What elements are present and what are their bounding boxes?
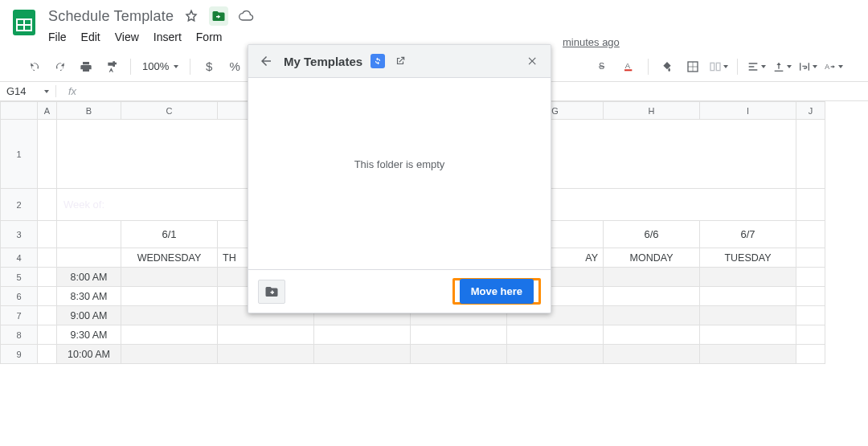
- borders-icon[interactable]: [682, 56, 703, 77]
- row-header[interactable]: 1: [1, 120, 38, 189]
- cell[interactable]: [38, 189, 57, 221]
- doc-title[interactable]: Schedule Template: [48, 8, 174, 25]
- cell[interactable]: [796, 345, 825, 364]
- row-header[interactable]: 9: [1, 345, 38, 364]
- star-icon[interactable]: [182, 6, 201, 26]
- cell[interactable]: [38, 306, 57, 325]
- cell[interactable]: [507, 325, 604, 345]
- back-icon[interactable]: [256, 51, 276, 71]
- row-header[interactable]: 2: [1, 189, 38, 221]
- cell[interactable]: [121, 268, 218, 287]
- cell[interactable]: [57, 248, 121, 268]
- row-header[interactable]: 3: [1, 221, 38, 248]
- cell[interactable]: [796, 221, 825, 248]
- cell[interactable]: [314, 325, 411, 345]
- cell[interactable]: [121, 287, 218, 306]
- cell[interactable]: [796, 325, 825, 345]
- cell[interactable]: [411, 325, 507, 345]
- cell[interactable]: [796, 189, 825, 221]
- cell[interactable]: [38, 268, 57, 287]
- cell[interactable]: [411, 345, 507, 364]
- time-cell[interactable]: 9:00 AM: [57, 306, 121, 325]
- cell[interactable]: [604, 287, 700, 306]
- row-header[interactable]: 5: [1, 268, 38, 287]
- cell[interactable]: [700, 268, 796, 287]
- undo-icon[interactable]: [24, 56, 45, 77]
- time-cell[interactable]: 9:30 AM: [57, 325, 121, 345]
- col-header[interactable]: B: [57, 102, 121, 120]
- close-icon[interactable]: [523, 51, 542, 71]
- day-date[interactable]: 6/1: [121, 221, 218, 248]
- open-in-new-icon[interactable]: [393, 54, 407, 68]
- currency-button[interactable]: $: [199, 56, 219, 77]
- col-header[interactable]: A: [38, 102, 57, 120]
- cloud-status-icon[interactable]: [236, 6, 256, 26]
- cell[interactable]: [700, 306, 796, 325]
- cell[interactable]: [121, 306, 218, 325]
- sheets-logo[interactable]: [8, 6, 40, 39]
- vertical-align-icon[interactable]: [772, 56, 792, 77]
- fill-color-icon[interactable]: [657, 56, 678, 77]
- redo-icon[interactable]: [50, 56, 71, 77]
- zoom-select[interactable]: 100%: [139, 60, 182, 72]
- menu-view[interactable]: View: [115, 31, 139, 43]
- cell[interactable]: [604, 345, 700, 364]
- text-wrap-icon[interactable]: [797, 56, 818, 77]
- name-box[interactable]: G14: [0, 85, 56, 97]
- cell[interactable]: [796, 268, 825, 287]
- cell[interactable]: [38, 221, 57, 248]
- col-header[interactable]: J: [796, 102, 825, 120]
- merge-cells-icon[interactable]: [708, 56, 729, 77]
- cell[interactable]: [38, 287, 57, 306]
- menu-format[interactable]: Form: [196, 31, 223, 43]
- cell[interactable]: [796, 120, 825, 189]
- paint-format-icon[interactable]: [101, 56, 122, 77]
- new-folder-button[interactable]: [258, 280, 285, 304]
- cell[interactable]: [796, 306, 825, 325]
- row-header[interactable]: 7: [1, 306, 38, 325]
- print-icon[interactable]: [76, 56, 96, 77]
- cell[interactable]: [796, 248, 825, 268]
- day-name[interactable]: TUESDAY: [700, 248, 796, 268]
- cell[interactable]: [700, 287, 796, 306]
- col-header[interactable]: C: [121, 102, 218, 120]
- row-header[interactable]: 4: [1, 248, 38, 268]
- cell[interactable]: [314, 345, 411, 364]
- text-color-icon[interactable]: A: [619, 56, 640, 77]
- day-date[interactable]: 6/6: [604, 221, 700, 248]
- move-here-button[interactable]: Move here: [460, 279, 534, 304]
- row-header[interactable]: 6: [1, 287, 38, 306]
- cell[interactable]: [38, 120, 57, 189]
- text-rotation-icon[interactable]: A: [823, 56, 844, 77]
- cell[interactable]: [121, 325, 218, 345]
- cell[interactable]: [57, 221, 121, 248]
- time-cell[interactable]: 8:00 AM: [57, 268, 121, 287]
- time-cell[interactable]: 8:30 AM: [57, 287, 121, 306]
- cell[interactable]: [218, 345, 314, 364]
- day-date[interactable]: 6/7: [700, 221, 796, 248]
- strikethrough-icon[interactable]: S: [593, 56, 614, 77]
- cell[interactable]: [604, 325, 700, 345]
- move-icon[interactable]: [209, 6, 228, 26]
- cell[interactable]: [700, 345, 796, 364]
- menu-insert[interactable]: Insert: [154, 31, 182, 43]
- horizontal-align-icon[interactable]: [746, 56, 767, 77]
- cell[interactable]: [38, 325, 57, 345]
- cell[interactable]: [604, 268, 700, 287]
- cell[interactable]: [38, 248, 57, 268]
- cell[interactable]: [604, 306, 700, 325]
- col-header[interactable]: I: [700, 102, 796, 120]
- last-edit-link[interactable]: minutes ago: [563, 36, 620, 48]
- cell[interactable]: [38, 345, 57, 364]
- cell[interactable]: [507, 345, 604, 364]
- day-name[interactable]: WEDNESDAY: [121, 248, 218, 268]
- cell[interactable]: [796, 287, 825, 306]
- cell[interactable]: [218, 325, 314, 345]
- time-cell[interactable]: 10:00 AM: [57, 345, 121, 364]
- day-name[interactable]: MONDAY: [604, 248, 700, 268]
- row-header[interactable]: 8: [1, 325, 38, 345]
- col-header[interactable]: H: [604, 102, 700, 120]
- menu-edit[interactable]: Edit: [81, 31, 100, 43]
- cell[interactable]: [700, 325, 796, 345]
- menu-file[interactable]: File: [48, 31, 67, 43]
